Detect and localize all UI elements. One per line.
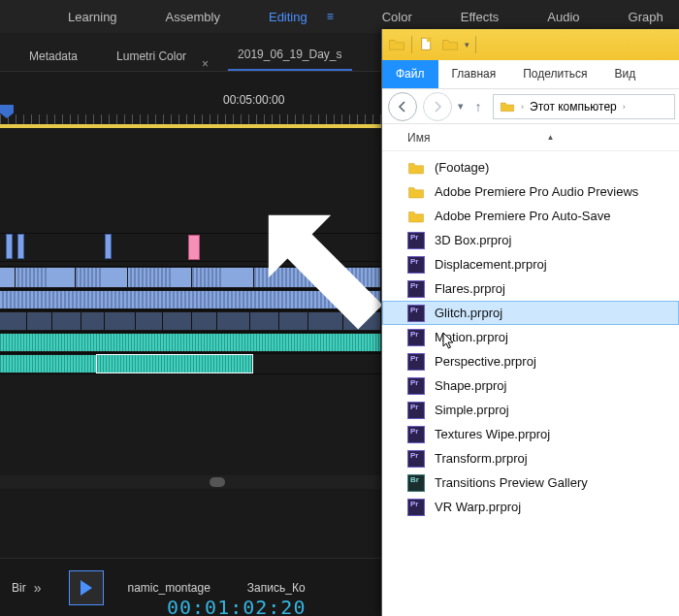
file-row[interactable]: Textures Wipe.prproj: [382, 422, 679, 446]
recent-locations-icon[interactable]: ▾: [452, 100, 469, 113]
svg-marker-0: [81, 580, 92, 596]
ribbon-tab-home[interactable]: Главная: [438, 60, 510, 88]
file-row[interactable]: VR Warp.prproj: [382, 495, 679, 519]
file-row[interactable]: Transitions Preview Gallery: [382, 470, 679, 495]
panel-tab-metadata[interactable]: Metadata: [19, 42, 87, 71]
file-row[interactable]: Adobe Premiere Pro Auto-Save: [382, 204, 679, 228]
ribbon-tab-view[interactable]: Вид: [600, 60, 649, 88]
workspace-tab-learning[interactable]: Learning: [68, 10, 117, 24]
source-timecode[interactable]: 00:01:02:20: [167, 596, 306, 616]
bridge-file-icon: [407, 474, 425, 492]
premiere-project-file-icon: [407, 450, 425, 468]
file-name-label: Perspective.prproj: [435, 354, 536, 369]
file-name-label: Transitions Preview Gallery: [435, 475, 588, 490]
file-list: (Footage)Adobe Premiere Pro Audio Previe…: [382, 151, 679, 531]
timeline-scrollbar[interactable]: [0, 475, 381, 489]
file-name-label: (Footage): [435, 160, 489, 175]
column-header-name[interactable]: Имя: [407, 131, 430, 145]
explorer-titlebar[interactable]: ▾: [382, 29, 679, 60]
ribbon-tab-file[interactable]: Файл: [382, 60, 438, 88]
file-row[interactable]: Displacement.prproj: [382, 252, 679, 276]
address-bar[interactable]: › Этот компьютер ›: [493, 94, 675, 119]
file-row[interactable]: Transform.prproj: [382, 446, 679, 470]
folder-icon: [407, 183, 425, 201]
svg-marker-1: [269, 215, 383, 330]
mouse-cursor-icon: [442, 332, 456, 351]
nav-forward-button[interactable]: [423, 92, 452, 121]
file-row[interactable]: Flares.prproj: [382, 276, 679, 301]
ruler-ticks: [0, 114, 381, 124]
expand-panels-icon[interactable]: »: [34, 580, 43, 596]
premiere-project-file-icon: [407, 232, 425, 249]
file-name-label: Glitch.prproj: [435, 306, 502, 320]
column-header-row[interactable]: Имя ▲: [382, 124, 679, 151]
file-explorer-window: ▾ Файл Главная Поделиться Вид ▾ ↑ › Этот…: [381, 29, 679, 616]
play-button[interactable]: [69, 570, 104, 605]
panel-tab-lumetri[interactable]: Lumetri Color: [107, 42, 196, 71]
new-doc-icon[interactable]: [418, 36, 436, 53]
file-row[interactable]: Simple.prproj: [382, 398, 679, 422]
premiere-project-file-icon: [407, 256, 425, 274]
work-area-bar[interactable]: [0, 124, 381, 128]
file-name-label: VR Warp.prproj: [435, 500, 521, 514]
project-item-1[interactable]: namic_montage: [127, 581, 210, 595]
workspace-tab-bar: Learning Assembly Editing ≡ Color Effect…: [0, 0, 679, 33]
qat-dropdown-icon[interactable]: ▾: [465, 40, 469, 49]
file-row[interactable]: (Footage): [382, 155, 679, 179]
file-name-label: Shape.prproj: [435, 378, 506, 393]
chevron-right-icon[interactable]: ›: [521, 102, 524, 112]
workspace-menu-icon[interactable]: ≡: [327, 10, 334, 23]
folder-open-icon[interactable]: [441, 36, 459, 53]
file-row[interactable]: Adobe Premiere Pro Audio Previews: [382, 179, 679, 204]
workspace-tab-editing[interactable]: Editing: [269, 10, 307, 24]
file-name-label: Simple.prproj: [435, 403, 509, 417]
workspace-tab-assembly[interactable]: Assembly: [166, 10, 220, 24]
file-row[interactable]: 3D Box.prproj: [382, 228, 679, 252]
file-row[interactable]: Glitch.prproj: [382, 301, 679, 325]
file-row[interactable]: Shape.prproj: [382, 373, 679, 398]
explorer-ribbon: Файл Главная Поделиться Вид: [382, 60, 679, 89]
premiere-project-file-icon: [407, 305, 425, 322]
ribbon-tab-share[interactable]: Поделиться: [509, 60, 600, 88]
workspace-tab-graphics[interactable]: Graph: [629, 10, 663, 24]
sort-indicator-icon: ▲: [546, 133, 554, 142]
arrow-left-icon: [397, 101, 408, 113]
folder-icon: [407, 208, 425, 225]
file-name-label: Flares.prproj: [435, 281, 505, 296]
explorer-nav-row: ▾ ↑ › Этот компьютер ›: [382, 89, 679, 124]
arrow-right-icon: [432, 101, 443, 113]
file-row[interactable]: Motion.prproj: [382, 325, 679, 349]
file-name-label: Transform.prproj: [435, 451, 528, 466]
breadcrumb-this-pc[interactable]: Этот компьютер: [530, 100, 617, 113]
file-name-label: Adobe Premiere Pro Auto-Save: [435, 209, 610, 223]
file-name-label: Displacement.prproj: [435, 257, 547, 272]
chevron-right-icon[interactable]: ›: [623, 102, 626, 112]
premiere-project-file-icon: [407, 353, 425, 371]
premiere-project-file-icon: [407, 377, 425, 395]
scrollbar-thumb[interactable]: [210, 477, 225, 487]
nav-back-button[interactable]: [388, 92, 417, 121]
folder-icon: [407, 159, 425, 177]
file-name-label: Adobe Premiere Pro Audio Previews: [435, 184, 638, 199]
svg-rect-3: [427, 38, 431, 42]
folder-icon: [500, 99, 515, 114]
ruler-timecode-label: 00:05:00:00: [223, 93, 284, 107]
premiere-project-file-icon: [407, 426, 425, 443]
workspace-tab-audio[interactable]: Audio: [547, 10, 579, 24]
premiere-project-file-icon: [407, 280, 425, 298]
play-icon: [80, 580, 93, 596]
panel-tab-sequence[interactable]: 2019_06_19_Day_s: [228, 40, 351, 71]
nav-up-button[interactable]: ↑: [469, 99, 487, 114]
workspace-tab-effects[interactable]: Effects: [461, 10, 500, 24]
audio-track-1[interactable]: [0, 332, 381, 353]
premiere-project-file-icon: [407, 402, 425, 419]
close-icon[interactable]: ×: [202, 57, 209, 71]
project-item-2[interactable]: Запись_Ко: [247, 581, 306, 595]
folder-icon: [388, 36, 405, 53]
file-row[interactable]: Perspective.prproj: [382, 349, 679, 373]
bin-label: Bir: [12, 581, 26, 595]
workspace-tab-color[interactable]: Color: [382, 10, 412, 24]
file-name-label: 3D Box.prproj: [435, 233, 511, 247]
time-ruler[interactable]: 00:05:00:00: [0, 87, 381, 124]
audio-track-2[interactable]: [0, 353, 381, 374]
